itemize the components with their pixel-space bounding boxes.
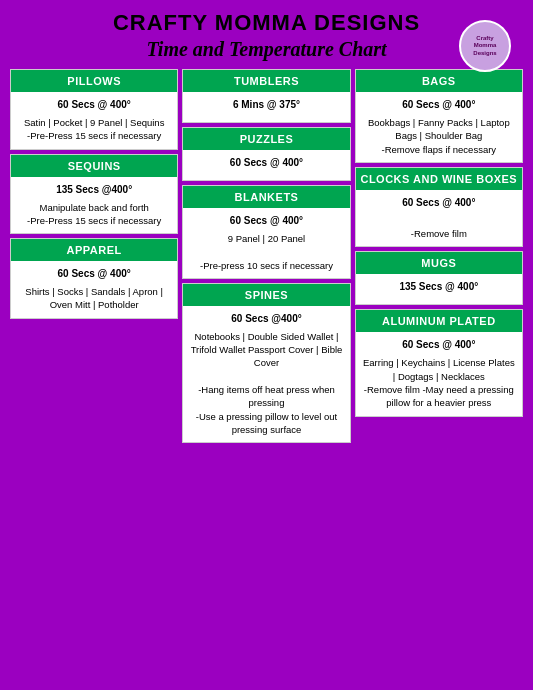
section-body-aluminum-plated: 60 Secs @ 400°Earring | Keychains | Lice… bbox=[356, 332, 522, 415]
section-header-sequins: SEQUINS bbox=[11, 155, 177, 177]
page-title: CRAFTY MOMMA DESIGNS bbox=[10, 10, 523, 36]
section-bags: BAGS60 Secs @ 400°Bookbags | Fanny Packs… bbox=[355, 69, 523, 163]
section-tumblers: TUMBLERS6 Mins @ 375° bbox=[182, 69, 350, 123]
section-header-mugs: MUGS bbox=[356, 252, 522, 274]
section-body-tumblers: 6 Mins @ 375° bbox=[183, 92, 349, 122]
section-header-aluminum-plated: ALUMINUM PLATED bbox=[356, 310, 522, 332]
section-details-blankets: 9 Panel | 20 Panel -Pre-press 10 secs if… bbox=[200, 233, 333, 271]
section-time-puzzles: 60 Secs @ 400° bbox=[188, 156, 344, 170]
column-2: BAGS60 Secs @ 400°Bookbags | Fanny Packs… bbox=[355, 69, 523, 443]
page-subtitle: Time and Temperature Chart bbox=[10, 38, 523, 61]
section-details-sequins: Manipulate back and forth -Pre-Press 15 … bbox=[27, 202, 161, 226]
section-details-clocks-wine-boxes: -Remove film bbox=[411, 228, 467, 239]
section-mugs: MUGS135 Secs @ 400° bbox=[355, 251, 523, 305]
section-header-clocks-wine-boxes: CLOCKS AND WINE BOXES bbox=[356, 168, 522, 190]
section-time-aluminum-plated: 60 Secs @ 400° bbox=[361, 338, 517, 352]
section-time-tumblers: 6 Mins @ 375° bbox=[188, 98, 344, 112]
section-puzzles: PUZZLES60 Secs @ 400° bbox=[182, 127, 350, 181]
section-time-spines: 60 Secs @400° bbox=[188, 312, 344, 326]
section-body-sequins: 135 Secs @400°Manipulate back and forth … bbox=[11, 177, 177, 234]
section-details-pillows: Satin | Pocket | 9 Panel | Sequins -Pre-… bbox=[24, 117, 165, 141]
section-body-pillows: 60 Secs @ 400°Satin | Pocket | 9 Panel |… bbox=[11, 92, 177, 149]
section-header-blankets: BLANKETS bbox=[183, 186, 349, 208]
section-time-clocks-wine-boxes: 60 Secs @ 400° bbox=[361, 196, 517, 210]
column-0: PILLOWS60 Secs @ 400°Satin | Pocket | 9 … bbox=[10, 69, 178, 443]
section-body-blankets: 60 Secs @ 400°9 Panel | 20 Panel -Pre-pr… bbox=[183, 208, 349, 278]
section-clocks-wine-boxes: CLOCKS AND WINE BOXES60 Secs @ 400° -Rem… bbox=[355, 167, 523, 248]
section-spines: SPINES60 Secs @400°Notebooks | Double Si… bbox=[182, 283, 350, 443]
section-time-mugs: 135 Secs @ 400° bbox=[361, 280, 517, 294]
section-details-aluminum-plated: Earring | Keychains | License Plates | D… bbox=[363, 357, 515, 408]
section-header-pillows: PILLOWS bbox=[11, 70, 177, 92]
section-header-bags: BAGS bbox=[356, 70, 522, 92]
section-details-bags: Bookbags | Fanny Packs | Laptop Bags | S… bbox=[368, 117, 510, 155]
section-time-pillows: 60 Secs @ 400° bbox=[16, 98, 172, 112]
section-time-apparel: 60 Secs @ 400° bbox=[16, 267, 172, 281]
section-blankets: BLANKETS60 Secs @ 400°9 Panel | 20 Panel… bbox=[182, 185, 350, 279]
section-body-clocks-wine-boxes: 60 Secs @ 400° -Remove film bbox=[356, 190, 522, 247]
section-header-apparel: APPAREL bbox=[11, 239, 177, 261]
logo-text: Crafty Momma Designs bbox=[465, 35, 505, 57]
section-pillows: PILLOWS60 Secs @ 400°Satin | Pocket | 9 … bbox=[10, 69, 178, 150]
section-body-spines: 60 Secs @400°Notebooks | Double Sided Wa… bbox=[183, 306, 349, 442]
section-details-spines: Notebooks | Double Sided Wallet | Trifol… bbox=[191, 331, 343, 435]
section-header-puzzles: PUZZLES bbox=[183, 128, 349, 150]
section-body-puzzles: 60 Secs @ 400° bbox=[183, 150, 349, 180]
section-body-mugs: 135 Secs @ 400° bbox=[356, 274, 522, 304]
section-time-bags: 60 Secs @ 400° bbox=[361, 98, 517, 112]
section-body-apparel: 60 Secs @ 400°Shirts | Socks | Sandals |… bbox=[11, 261, 177, 318]
section-header-tumblers: TUMBLERS bbox=[183, 70, 349, 92]
section-body-bags: 60 Secs @ 400°Bookbags | Fanny Packs | L… bbox=[356, 92, 522, 162]
section-aluminum-plated: ALUMINUM PLATED60 Secs @ 400°Earring | K… bbox=[355, 309, 523, 416]
section-time-blankets: 60 Secs @ 400° bbox=[188, 214, 344, 228]
section-details-apparel: Shirts | Socks | Sandals | Apron | Oven … bbox=[25, 286, 163, 310]
chart-grid: PILLOWS60 Secs @ 400°Satin | Pocket | 9 … bbox=[10, 69, 523, 443]
column-1: TUMBLERS6 Mins @ 375°PUZZLES60 Secs @ 40… bbox=[182, 69, 350, 443]
logo: Crafty Momma Designs bbox=[459, 20, 511, 72]
section-apparel: APPAREL60 Secs @ 400°Shirts | Socks | Sa… bbox=[10, 238, 178, 319]
section-header-spines: SPINES bbox=[183, 284, 349, 306]
section-sequins: SEQUINS135 Secs @400°Manipulate back and… bbox=[10, 154, 178, 235]
section-time-sequins: 135 Secs @400° bbox=[16, 183, 172, 197]
